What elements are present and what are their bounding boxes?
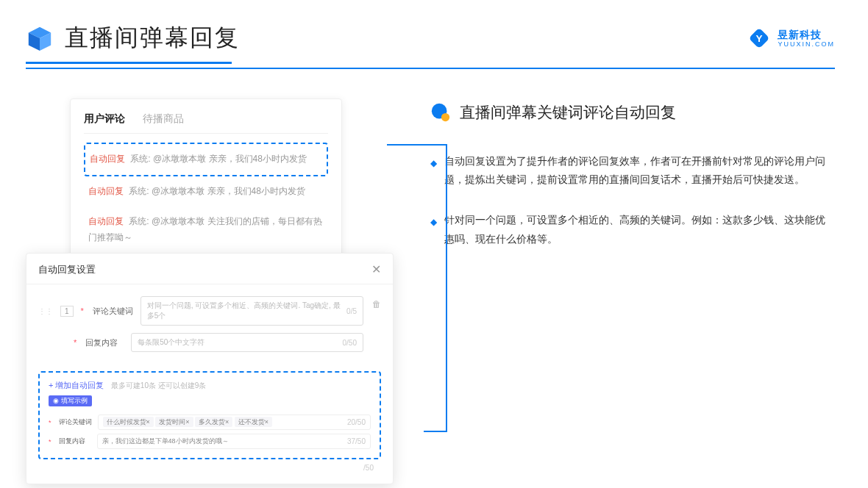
section-heading-text: 直播间弹幕关键词评论自动回复	[460, 102, 676, 123]
keyword-row: ⋮⋮ 1 * 评论关键词 对同一个问题, 可设置多个相近、高频的关键词. Tag…	[38, 296, 363, 326]
auto-reply-tag: 自动回复	[90, 154, 125, 164]
example-content-input[interactable]: 亲，我们这边都是下单48小时内发货的哦～ 37/50	[97, 434, 371, 449]
left-column: 用户评论 待播商品 自动回复 系统: @冰墩墩本墩 亲亲，我们48小时内发货 自…	[26, 98, 394, 270]
page-header: 直播间弹幕回复 Y 昱新科技 YUUXIN.COM	[0, 0, 868, 62]
svg-point-6	[441, 113, 449, 121]
add-auto-reply-link[interactable]: + 增加自动回复	[49, 381, 104, 390]
svg-text:Y: Y	[756, 33, 763, 44]
example-kw-input[interactable]: 什么时候发货× 发货时间× 多久发货× 还不发货× 20/50	[98, 415, 371, 430]
tab-pending-products[interactable]: 待播商品	[143, 112, 184, 126]
comment-row: 自动回复 系统: @冰墩墩本墩 亲亲，我们48小时内发货	[84, 176, 328, 207]
logo-icon: Y	[747, 26, 772, 51]
auto-reply-tag: 自动回复	[88, 216, 124, 226]
bullet-text: 针对同一个问题，可设置多个相近的、高频的关键词。例如：这款多少钱、这块能优惠吗、…	[444, 211, 835, 248]
required-icon: *	[74, 338, 77, 347]
bottom-counter: /50	[26, 459, 393, 472]
example-keyword-row: * 评论关键词 什么时候发货× 发货时间× 多久发货× 还不发货× 20/50	[49, 415, 371, 430]
drag-handle-icon[interactable]: ⋮⋮	[38, 307, 53, 315]
bullet-item: ◆ 自动回复设置为了提升作者的评论回复效率，作者可在开播前针对常见的评论用户问题…	[430, 152, 835, 189]
close-icon[interactable]: ✕	[371, 262, 381, 276]
bullet-item: ◆ 针对同一个问题，可设置多个相近的、高频的关键词。例如：这款多少钱、这块能优惠…	[430, 211, 835, 248]
example-content-label: 回复内容	[59, 437, 91, 446]
add-hint: 最多可建10条 还可以创建9条	[111, 381, 206, 390]
comment-text: 系统: @冰墩墩本墩 亲亲，我们48小时内发货	[129, 186, 305, 196]
trash-icon[interactable]: 🗑	[372, 299, 381, 309]
right-column: 直播间弹幕关键词评论自动回复 ◆ 自动回复设置为了提升作者的评论回复效率，作者可…	[430, 98, 835, 270]
required-icon: *	[81, 306, 84, 315]
diamond-icon: ◆	[430, 156, 437, 189]
cube-icon	[26, 24, 54, 52]
example-content-counter: 37/50	[347, 437, 366, 445]
chip[interactable]: 什么时候发货×	[103, 417, 154, 427]
settings-title: 自动回复设置	[38, 263, 96, 276]
connector-line	[446, 144, 447, 431]
logo-cn: 昱新科技	[778, 29, 835, 40]
example-content-text: 亲，我们这边都是下单48小时内发货的哦～	[102, 437, 229, 446]
comment-panel: 用户评论 待播商品 自动回复 系统: @冰墩墩本墩 亲亲，我们48小时内发货 自…	[70, 98, 342, 268]
keyword-label: 评论关键词	[93, 306, 133, 317]
example-chips: 什么时候发货× 发货时间× 多久发货× 还不发货×	[103, 417, 273, 427]
logo-text: 昱新科技 YUUXIN.COM	[778, 29, 835, 48]
settings-header: 自动回复设置 ✕	[26, 262, 393, 284]
content-label: 回复内容	[85, 337, 124, 348]
section-heading: 直播间弹幕关键词评论自动回复	[430, 102, 835, 123]
keyword-input[interactable]: 对同一个问题, 可设置多个相近、高频的关键词. Tag确定, 最多5个 0/5	[140, 296, 363, 326]
example-kw-label: 评论关键词	[59, 417, 92, 427]
settings-body: 🗑 ⋮⋮ 1 * 评论关键词 对同一个问题, 可设置多个相近、高频的关键词. T…	[26, 284, 393, 365]
brand-logo: Y 昱新科技 YUUXIN.COM	[747, 26, 835, 51]
keyword-placeholder: 对同一个问题, 可设置多个相近、高频的关键词. Tag确定, 最多5个	[147, 301, 346, 321]
comment-row-highlighted: 自动回复 系统: @冰墩墩本墩 亲亲，我们48小时内发货	[84, 143, 328, 176]
content-row: * 回复内容 每条限50个中文字符 0/50	[38, 333, 363, 352]
header-left: 直播间弹幕回复	[26, 22, 240, 54]
content-placeholder: 每条限50个中文字符	[138, 337, 204, 348]
example-content-row: * 回复内容 亲，我们这边都是下单48小时内发货的哦～ 37/50	[49, 434, 371, 449]
comment-row: 自动回复 系统: @冰墩墩本墩 关注我们的店铺，每日都有热门推荐呦～	[84, 207, 328, 253]
content-counter: 0/50	[343, 339, 357, 347]
tab-user-comments[interactable]: 用户评论	[84, 112, 125, 126]
content-input[interactable]: 每条限50个中文字符 0/50	[131, 333, 363, 352]
panel-tabs: 用户评论 待播商品	[84, 112, 328, 134]
auto-reply-tag: 自动回复	[88, 186, 124, 196]
required-icon: *	[49, 419, 51, 426]
row-number: 1	[60, 306, 74, 317]
keyword-counter: 0/5	[346, 307, 357, 315]
comment-text: 系统: @冰墩墩本墩 亲亲，我们48小时内发货	[130, 154, 307, 164]
required-icon: *	[49, 438, 51, 445]
connector-line	[424, 431, 447, 432]
example-tag: ◉ 填写示例	[49, 395, 92, 406]
page-title: 直播间弹幕回复	[65, 22, 240, 54]
example-kw-counter: 20/50	[347, 418, 366, 426]
auto-reply-settings-panel: 自动回复设置 ✕ 🗑 ⋮⋮ 1 * 评论关键词 对同一个问题, 可设置多个相近、…	[26, 253, 394, 484]
diamond-icon: ◆	[430, 215, 437, 248]
chat-bubble-icon	[430, 102, 451, 123]
bullet-text: 自动回复设置为了提升作者的评论回复效率，作者可在开播前针对常见的评论用户问题，提…	[444, 152, 835, 189]
chip[interactable]: 发货时间×	[155, 417, 193, 427]
divider-accent	[26, 62, 232, 64]
connector-line	[387, 144, 446, 146]
example-box: + 增加自动回复 最多可建10条 还可以创建9条 ◉ 填写示例 * 评论关键词 …	[38, 371, 381, 459]
chip[interactable]: 多久发货×	[195, 417, 232, 427]
logo-en: YUUXIN.COM	[778, 41, 835, 48]
chip[interactable]: 还不发货×	[235, 417, 272, 427]
content: 用户评论 待播商品 自动回复 系统: @冰墩墩本墩 亲亲，我们48小时内发货 自…	[0, 69, 868, 285]
